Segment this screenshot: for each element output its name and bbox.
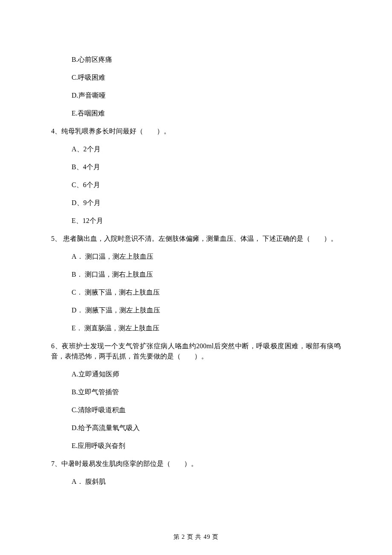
option-item: E.吞咽困难	[72, 108, 341, 119]
option-item: E.应用呼吸兴奋剂	[72, 441, 341, 451]
option-item: C.清除呼吸道积血	[72, 405, 341, 415]
page-footer: 第 2 页 共 49 页	[0, 532, 392, 541]
question-6: 6、夜班护士发现一个支气管扩张症病人咯血约200ml后突然中断，呼吸极度困难，喉…	[51, 341, 341, 361]
option-item: D． 测腋下温，测左上肢血压	[72, 305, 341, 315]
option-item: C、6个月	[72, 180, 341, 190]
document-page: B.心前区疼痛 C.呼吸困难 D.声音嘶哑 E.吞咽困难 4、纯母乳喂养多长时间…	[0, 0, 392, 555]
option-item: D.给予高流量氧气吸入	[72, 423, 341, 433]
option-item: C.呼吸困难	[72, 72, 341, 83]
question-7: 7、中暑时最易发生肌肉痉挛的部位是（ ）。	[51, 459, 341, 469]
option-item: D、9个月	[72, 198, 341, 208]
option-item: C． 测腋下温，测右上肢血压	[72, 287, 341, 298]
option-item: B． 测口温，测右上肢血压	[72, 269, 341, 280]
option-item: A． 测口温，测左上肢血压	[72, 251, 341, 262]
option-item: A． 腹斜肌	[72, 477, 341, 487]
question-5: 5、 患者脑出血，入院时意识不清。左侧肢体偏瘫，测量血压、体温， 下述正确的是（…	[51, 234, 341, 244]
option-item: E、12个月	[72, 216, 341, 226]
question-4: 4、纯母乳喂养多长时间最好（ ）。	[51, 126, 341, 136]
option-item: A、2个月	[72, 144, 341, 154]
option-item: B.立即气管插管	[72, 387, 341, 397]
option-item: D.声音嘶哑	[72, 90, 341, 101]
option-item: E． 测直肠温，测左上肢血压	[72, 323, 341, 333]
option-item: B、4个月	[72, 162, 341, 172]
option-item: B.心前区疼痛	[72, 55, 341, 65]
option-item: A.立即通知医师	[72, 369, 341, 379]
